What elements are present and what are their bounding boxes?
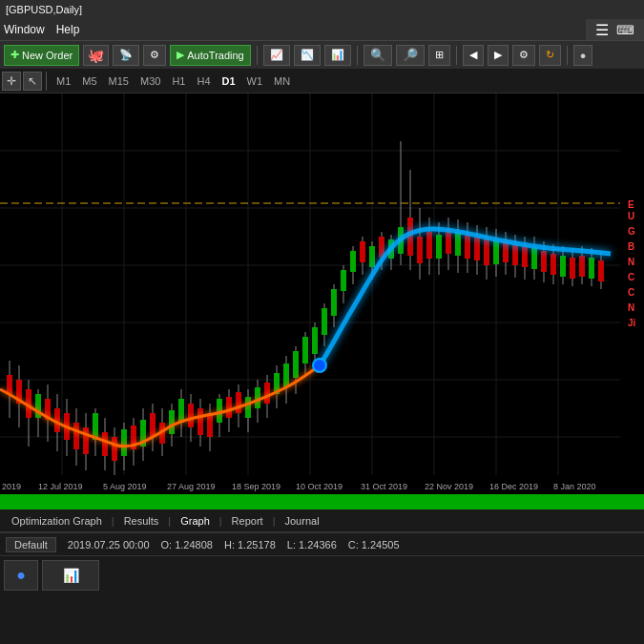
svg-rect-114 (465, 235, 470, 259)
keyboard-icon[interactable]: ⌨ (616, 23, 634, 37)
settings-btn[interactable]: ⚙ (512, 45, 535, 66)
hamburger-icon[interactable]: ☰ (595, 21, 609, 39)
svg-rect-54 (178, 399, 184, 423)
progress-bar (0, 494, 644, 509)
svg-rect-124 (512, 244, 518, 265)
tf-d1[interactable]: D1 (217, 73, 241, 89)
toolbar-btn-1[interactable]: 🐙 (83, 45, 109, 66)
taskbar-icon-2: 📊 (63, 568, 79, 583)
svg-text:8 Jan 2020: 8 Jan 2020 (553, 482, 596, 491)
arrow-btn[interactable]: ↖ (23, 72, 42, 91)
title-text: [GBPUSD,Daily] (6, 4, 82, 15)
timeframe-bar: M1 M5 M15 M30 H1 H4 D1 W1 MN (51, 73, 296, 89)
svg-text:U: U (628, 211, 634, 221)
svg-rect-108 (436, 235, 442, 259)
svg-rect-64 (226, 397, 232, 418)
svg-rect-126 (522, 246, 528, 267)
svg-text:B: B (628, 241, 634, 252)
refresh-btn[interactable]: ↻ (539, 45, 561, 66)
chart-btn-2[interactable]: 📉 (294, 45, 321, 66)
svg-rect-118 (484, 239, 489, 265)
svg-text:12 Jul 2019: 12 Jul 2019 (38, 482, 83, 491)
svg-rect-48 (150, 413, 156, 437)
svg-text:16 Dec 2019: 16 Dec 2019 (489, 482, 538, 491)
tab-journal[interactable]: Journal (278, 513, 327, 529)
svg-rect-142 (598, 260, 604, 281)
chart-btn-1[interactable]: 📈 (263, 45, 290, 66)
tf-w1[interactable]: W1 (241, 73, 269, 89)
svg-rect-52 (169, 410, 175, 434)
svg-rect-110 (446, 230, 451, 254)
scroll-right-btn[interactable]: ▶ (488, 45, 509, 66)
svg-rect-84 (322, 308, 327, 335)
svg-rect-60 (207, 413, 213, 437)
profile-btn[interactable]: ● (573, 45, 593, 66)
bottom-tabs: Optimization Graph | Results | Graph | R… (0, 509, 644, 532)
tf-h1[interactable]: H1 (166, 73, 191, 89)
tf-mn[interactable]: MN (268, 73, 296, 89)
tab-sep-1: | (112, 515, 114, 527)
svg-text:31 Oct 2019: 31 Oct 2019 (361, 482, 407, 491)
svg-rect-40 (112, 437, 117, 461)
chart-btn-3[interactable]: 📊 (324, 45, 351, 66)
svg-rect-122 (503, 241, 509, 262)
scroll-left-btn[interactable]: ◀ (463, 45, 484, 66)
overlay-icons: ☰ ⌨ (586, 19, 644, 40)
toolbar-btn-2[interactable]: 📡 (113, 45, 139, 66)
toolbar-separator-3 (456, 46, 457, 65)
tab-graph[interactable]: Graph (173, 513, 218, 529)
svg-text:N: N (628, 257, 634, 267)
svg-rect-88 (341, 270, 346, 291)
taskbar-icon-1: ● (16, 567, 26, 584)
svg-text:22 Nov 2019: 22 Nov 2019 (425, 482, 473, 491)
svg-rect-34 (83, 427, 89, 454)
svg-rect-140 (589, 258, 594, 279)
menu-help[interactable]: Help (56, 23, 80, 36)
toolbar-separator-1 (257, 46, 258, 65)
svg-text:2019: 2019 (2, 482, 21, 491)
menu-bar: Window Help (0, 19, 83, 40)
svg-rect-70 (255, 387, 260, 408)
draw-separator (46, 72, 47, 91)
taskbar-btn-1[interactable]: ● (4, 560, 38, 591)
svg-rect-78 (293, 351, 299, 378)
tf-m5[interactable]: M5 (76, 73, 102, 89)
svg-rect-56 (188, 404, 194, 427)
svg-rect-18 (7, 375, 12, 394)
zoom-out-btn[interactable]: 🔎 (396, 45, 425, 66)
svg-rect-92 (360, 241, 365, 262)
svg-rect-130 (541, 251, 547, 272)
default-box: Default (6, 537, 56, 552)
menu-window[interactable]: Window (4, 23, 45, 36)
tab-results[interactable]: Results (116, 513, 167, 529)
taskbar-btn-2[interactable]: 📊 (42, 560, 99, 591)
svg-rect-42 (121, 429, 127, 456)
autotrading-button[interactable]: ▶ AutoTrading (170, 45, 251, 66)
svg-rect-132 (551, 254, 556, 275)
tf-m1[interactable]: M1 (51, 73, 76, 89)
crosshair-btn[interactable]: ✛ (2, 72, 21, 91)
tf-m15[interactable]: M15 (103, 73, 135, 89)
tab-optimization-graph[interactable]: Optimization Graph (4, 513, 110, 529)
svg-rect-134 (560, 256, 566, 277)
svg-rect-112 (455, 232, 461, 256)
tab-report[interactable]: Report (224, 513, 271, 529)
fit-btn[interactable]: ⊞ (428, 45, 450, 66)
high-value: H: 1.25178 (224, 539, 276, 551)
svg-rect-58 (197, 408, 203, 435)
svg-text:10 Oct 2019: 10 Oct 2019 (296, 482, 343, 491)
toolbar-btn-3[interactable]: ⚙ (143, 45, 166, 66)
svg-rect-66 (236, 392, 241, 413)
tf-h4[interactable]: H4 (191, 73, 216, 89)
tf-m30[interactable]: M30 (135, 73, 166, 89)
svg-text:C: C (628, 272, 634, 282)
svg-rect-80 (302, 337, 308, 364)
zoom-in-btn[interactable]: 🔍 (364, 45, 392, 66)
tab-sep-2: | (168, 515, 171, 527)
svg-rect-136 (570, 258, 575, 279)
toolbar-separator-2 (357, 46, 358, 65)
autotrading-icon: ▶ (177, 49, 184, 61)
new-order-button[interactable]: ✚ New Order (4, 45, 79, 66)
svg-text:27 Aug 2019: 27 Aug 2019 (167, 482, 216, 491)
chart-area[interactable]: ↖ 2019 12 Jul 2019 5 Aug 2019 27 Aug 201… (0, 93, 644, 494)
